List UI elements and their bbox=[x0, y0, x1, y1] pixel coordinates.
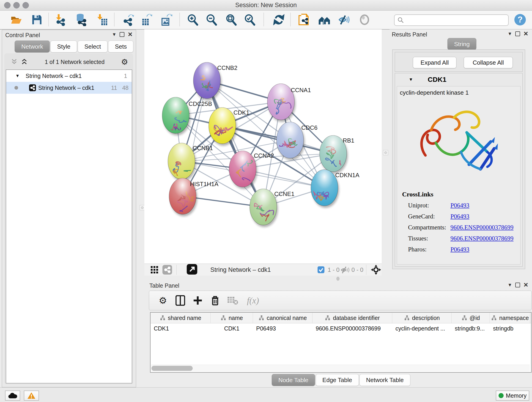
memory-button[interactable]: Memory bbox=[496, 390, 529, 401]
import-network-file-button[interactable] bbox=[54, 13, 67, 27]
column-header-canonicalname[interactable]: canonical name bbox=[253, 313, 312, 323]
gene-section-header[interactable]: ▼ CDK1 bbox=[395, 73, 522, 86]
close-panel-icon[interactable]: ✕ bbox=[523, 31, 528, 37]
crosslink-link[interactable]: P06493 bbox=[450, 202, 469, 209]
node-CCNB1[interactable]: CCNB1 bbox=[168, 143, 213, 181]
tab-string[interactable]: String bbox=[447, 38, 476, 50]
table-options-gear-icon[interactable]: ⚙ bbox=[157, 294, 169, 307]
zoom-in-button[interactable] bbox=[186, 13, 200, 27]
node-CDK1[interactable]: CDK1 bbox=[209, 108, 249, 146]
left-splitter-handle[interactable] bbox=[140, 205, 145, 210]
delete-table-icon[interactable] bbox=[226, 294, 239, 307]
selected-checkbox-icon[interactable] bbox=[317, 266, 325, 274]
tab-style[interactable]: Style bbox=[51, 41, 77, 52]
table-row[interactable]: CDK1CDK1P064939606.ENSP00000378699cyclin… bbox=[151, 323, 531, 333]
function-builder-icon[interactable]: f(x) bbox=[243, 294, 263, 307]
birdseye-view-icon[interactable] bbox=[160, 263, 174, 277]
node-CCNA1[interactable]: CCNA1 bbox=[267, 84, 311, 122]
refresh-button[interactable] bbox=[272, 13, 286, 27]
column-header-name[interactable]: name bbox=[210, 313, 253, 323]
open-session-button[interactable] bbox=[9, 13, 23, 27]
node-CCNB2[interactable]: CCNB2 bbox=[193, 62, 237, 101]
tab-network-table[interactable]: Network Table bbox=[360, 374, 410, 386]
show-columns-icon[interactable] bbox=[174, 294, 187, 307]
save-session-button[interactable] bbox=[30, 13, 44, 27]
expand-all-button[interactable]: Expand All bbox=[413, 57, 456, 68]
table-cell[interactable]: stringdb bbox=[490, 323, 530, 333]
column-header-databaseidentifier[interactable]: database identifier bbox=[312, 313, 392, 323]
crosslink-link[interactable]: P06493 bbox=[450, 246, 469, 253]
expand-all-icon[interactable] bbox=[20, 58, 28, 65]
crosslink-link[interactable]: 9606.ENSP00000378699 bbox=[450, 224, 513, 231]
node-CCNE1[interactable]: CCNE1 bbox=[250, 189, 294, 227]
fit-selected-icon[interactable] bbox=[185, 262, 199, 276]
network-canvas[interactable]: CCNB2CCNA1CDC25BCDK1CDC6RB1CCNB1CCNA2CDK… bbox=[144, 29, 382, 264]
export-image-button[interactable] bbox=[160, 13, 173, 27]
search-input[interactable] bbox=[406, 17, 508, 24]
column-header-id[interactable]: @id bbox=[452, 313, 490, 323]
export-network-button[interactable] bbox=[122, 13, 135, 27]
results-panel-title: Results Panel bbox=[392, 31, 427, 38]
toolbar-separator bbox=[48, 13, 49, 26]
collapse-all-icon[interactable] bbox=[10, 58, 18, 65]
gene-disclosure-icon[interactable]: ▼ bbox=[409, 77, 413, 82]
column-header-sharedname[interactable]: shared name bbox=[151, 313, 210, 323]
table-cell[interactable]: stringdb:9... bbox=[452, 323, 490, 333]
show-graphics-details-button[interactable] bbox=[358, 13, 371, 27]
close-panel-icon[interactable]: ✕ bbox=[523, 282, 528, 288]
network-row[interactable]: String Network – cdk1 11 48 bbox=[6, 82, 132, 94]
network-view-title: String Network – cdk1 bbox=[210, 264, 271, 276]
tab-select[interactable]: Select bbox=[78, 41, 108, 52]
hidden-eye-icon[interactable] bbox=[341, 266, 350, 274]
float-panel-icon[interactable] bbox=[515, 32, 520, 36]
create-column-icon[interactable] bbox=[191, 294, 204, 307]
collection-disclosure-icon[interactable]: ▼ bbox=[15, 73, 20, 78]
tab-sets[interactable]: Sets bbox=[108, 41, 133, 52]
export-table-button[interactable] bbox=[140, 13, 154, 27]
zoom-selected-button[interactable] bbox=[243, 13, 257, 27]
column-header-namespace[interactable]: namespace bbox=[490, 313, 530, 323]
cloud-status-button[interactable] bbox=[5, 390, 20, 401]
grid-view-icon[interactable] bbox=[147, 263, 161, 277]
edge-CCNB2-CCNE1[interactable] bbox=[207, 80, 263, 207]
crosslink-link[interactable]: 9606.ENSP00000378699 bbox=[450, 235, 513, 242]
node-RB1[interactable]: RB1 bbox=[320, 135, 355, 174]
table-horizontal-scrollbar[interactable] bbox=[151, 365, 530, 372]
float-panel-icon[interactable] bbox=[515, 283, 520, 287]
network-options-gear-icon[interactable]: ⚙ bbox=[121, 58, 128, 66]
tab-network[interactable]: Network bbox=[15, 41, 50, 52]
zoom-out-button[interactable] bbox=[205, 13, 218, 27]
search-box[interactable] bbox=[394, 14, 509, 26]
network-collection-row[interactable]: ▼ String Network – cdk1 1 bbox=[6, 70, 132, 82]
table-cell[interactable]: CDK1 bbox=[151, 323, 210, 333]
help-button[interactable]: ? bbox=[513, 13, 527, 27]
warnings-button[interactable] bbox=[24, 390, 39, 401]
scrollbar-thumb[interactable] bbox=[152, 366, 193, 371]
import-network-database-button[interactable] bbox=[74, 13, 88, 27]
right-splitter-handle[interactable] bbox=[383, 150, 388, 155]
panel-menu-icon[interactable]: ▼ bbox=[112, 32, 116, 37]
column-header-description[interactable]: description bbox=[392, 313, 452, 323]
collapse-all-button[interactable]: Collapse All bbox=[464, 57, 513, 68]
table-cell[interactable]: cyclin-dependent ... bbox=[392, 323, 452, 333]
table-cell[interactable]: P06493 bbox=[253, 323, 312, 333]
string-home-button[interactable] bbox=[317, 13, 331, 27]
new-network-from-selection-button[interactable] bbox=[297, 13, 311, 27]
node-CDKN1A[interactable]: CDKN1A bbox=[311, 170, 360, 208]
delete-column-icon[interactable] bbox=[209, 294, 222, 307]
import-table-file-button[interactable] bbox=[95, 13, 109, 27]
panel-menu-icon[interactable]: ▼ bbox=[507, 283, 512, 287]
node-HIST1H1A[interactable]: HIST1H1A bbox=[169, 178, 219, 217]
pan-crosshair-icon[interactable] bbox=[371, 264, 381, 275]
float-panel-icon[interactable] bbox=[120, 32, 124, 37]
tab-node-table[interactable]: Node Table bbox=[272, 374, 315, 386]
table-cell[interactable]: CDK1 bbox=[210, 323, 253, 333]
tab-edge-table[interactable]: Edge Table bbox=[316, 374, 359, 386]
panel-menu-icon[interactable]: ▼ bbox=[507, 32, 512, 36]
table-cell[interactable]: 9606.ENSP00000378699 bbox=[312, 323, 392, 333]
close-panel-icon[interactable]: ✕ bbox=[128, 32, 133, 37]
crosslink-link[interactable]: P06493 bbox=[450, 213, 469, 220]
horizontal-splitter-handle[interactable] bbox=[336, 277, 340, 281]
hide-graphics-details-button[interactable] bbox=[337, 13, 351, 27]
zoom-fit-button[interactable] bbox=[224, 13, 238, 27]
